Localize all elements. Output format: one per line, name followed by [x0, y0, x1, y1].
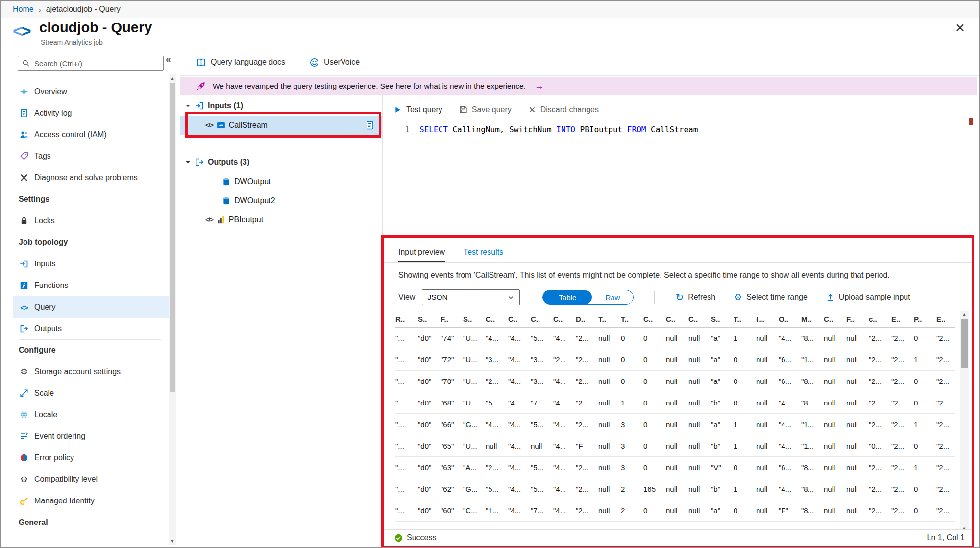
column-header[interactable]: C..: [531, 315, 553, 323]
sidebar-item-event-ordering[interactable]: Event ordering: [13, 426, 169, 447]
table-scrollbar[interactable]: ▲ ▼: [960, 311, 969, 532]
table-cell: null: [824, 420, 846, 429]
tree-group-inputs-1[interactable]: Inputs (1): [180, 96, 382, 116]
breadcrumb: Home › ajetacloudjob - Query: [1, 1, 979, 18]
column-header[interactable]: C..: [666, 315, 688, 323]
refresh-button[interactable]: ↻Refresh: [675, 292, 715, 302]
sidebar-item-scale[interactable]: Scale: [13, 382, 169, 404]
breadcrumb-home[interactable]: Home: [13, 5, 34, 14]
tree-item-pbioutput[interactable]: </>PBIoutput: [180, 210, 382, 229]
column-header[interactable]: T..: [621, 315, 643, 323]
table-cell: "2...: [869, 485, 891, 493]
sidebar-scrollbar[interactable]: ▲ ▼: [169, 74, 176, 545]
sidebar-item-functions[interactable]: Functions: [13, 275, 169, 296]
column-header[interactable]: E..: [891, 315, 914, 323]
select-time-range-button[interactable]: ⚙Select time range: [734, 293, 808, 302]
tab-input-preview[interactable]: Input preview: [398, 248, 445, 262]
sidebar-item-locks[interactable]: Locks: [13, 210, 169, 232]
column-header[interactable]: S..: [463, 315, 486, 323]
column-header[interactable]: C..: [643, 315, 666, 323]
tree-item-dwoutput2[interactable]: DWOutput2: [180, 191, 382, 210]
query-language-docs-link[interactable]: Query language docs: [196, 58, 285, 67]
column-header[interactable]: E..: [936, 315, 955, 323]
toggle-table-button[interactable]: Table: [543, 290, 592, 304]
table-cell: "8...: [801, 399, 824, 407]
column-header[interactable]: F..: [846, 315, 869, 323]
column-header[interactable]: C..: [688, 315, 711, 323]
sidebar-item-managed-identity[interactable]: Managed Identity: [13, 490, 169, 512]
sidebar-item-query[interactable]: <>Query: [13, 296, 169, 318]
sidebar-item-compatibility-level[interactable]: ⚙Compatibility level: [13, 469, 169, 490]
column-header[interactable]: P..: [914, 315, 936, 323]
table-cell: 0: [643, 463, 666, 472]
table-cell: "2...: [936, 463, 955, 472]
table-row: "..."d0""60""C..."1..."4..."7..."4..."2.…: [395, 500, 955, 522]
input-preview-panel: Input previewTest results Showing events…: [381, 235, 974, 548]
table-cell: "2...: [869, 463, 891, 472]
tree-item-dwoutput[interactable]: DWOutput: [180, 172, 382, 191]
document-icon[interactable]: [366, 121, 374, 130]
toggle-raw-button[interactable]: Raw: [592, 293, 633, 302]
column-header[interactable]: O..: [779, 315, 801, 323]
scroll-up-icon[interactable]: ▲: [169, 76, 176, 81]
view-dropdown[interactable]: JSON: [422, 289, 520, 305]
table-cell: "...: [395, 356, 418, 364]
column-header[interactable]: C..: [824, 315, 846, 323]
table-cell: "3...: [486, 356, 508, 364]
announcement-banner[interactable]: We have revamped the query testing exper…: [180, 77, 977, 95]
sidebar-scroll-thumb[interactable]: [170, 83, 175, 392]
column-header[interactable]: R..: [395, 315, 418, 323]
table-cell: 0: [621, 356, 643, 364]
search-input[interactable]: [33, 59, 159, 68]
discard-changes-button[interactable]: Discard changes: [528, 105, 599, 114]
code-brackets-logo-icon: <>: [13, 22, 30, 41]
uservoice-link[interactable]: UserVoice: [310, 58, 360, 67]
column-header[interactable]: T..: [598, 315, 621, 323]
close-icon[interactable]: ✕: [952, 21, 968, 36]
column-header[interactable]: C..: [553, 315, 576, 323]
table-cell: 0: [643, 442, 666, 450]
table-cell: "2...: [869, 399, 891, 407]
upload-sample-input-button[interactable]: Upload sample input: [826, 293, 910, 302]
tree-group-outputs-3[interactable]: Outputs (3): [180, 152, 382, 172]
sidebar-item-error-policy[interactable]: Error policy: [13, 447, 169, 469]
save-query-button[interactable]: Save query: [459, 105, 512, 114]
sidebar-item-storage-account-settings[interactable]: ⚙Storage account settings: [13, 361, 169, 382]
table-cell: 3: [621, 463, 643, 472]
sidebar-item-outputs[interactable]: Outputs: [13, 318, 169, 339]
table-cell: "5...: [531, 334, 553, 342]
table-cell: "2...: [891, 399, 914, 407]
table-scroll-up-icon[interactable]: ▲: [960, 312, 969, 317]
column-header[interactable]: T..: [734, 315, 756, 323]
code-content[interactable]: SELECT CallingNum, SwitchNum INTO PBIout…: [419, 124, 698, 136]
column-header[interactable]: M..: [801, 315, 824, 323]
outputs-icon: [19, 323, 29, 334]
column-header[interactable]: C..: [508, 315, 531, 323]
table-cell: "...: [395, 420, 418, 429]
query-editor[interactable]: 1 SELECT CallingNum, SwitchNum INTO PBIo…: [383, 120, 979, 235]
sidebar-item-inputs[interactable]: Inputs: [13, 253, 169, 275]
tree-item-callstream[interactable]: </>CallStream: [180, 116, 382, 135]
collapse-sidebar-icon[interactable]: «: [166, 54, 171, 65]
sidebar-item-activity-log[interactable]: Activity log: [13, 102, 169, 124]
sidebar-item-access-control-iam[interactable]: Access control (IAM): [13, 124, 169, 145]
test-query-button[interactable]: Test query: [394, 105, 442, 114]
sidebar-item-diagnose-and-solve-problems[interactable]: Diagnose and solve problems: [13, 167, 169, 189]
column-header[interactable]: c..: [869, 315, 891, 323]
table-cell: "5...: [531, 485, 553, 493]
banner-arrow-icon[interactable]: →: [535, 81, 544, 92]
column-header[interactable]: F..: [441, 315, 463, 323]
column-header[interactable]: C..: [486, 315, 508, 323]
column-header[interactable]: D..: [576, 315, 598, 323]
tab-test-results[interactable]: Test results: [464, 248, 503, 262]
column-header[interactable]: I...: [756, 315, 779, 323]
sidebar-item-tags[interactable]: Tags: [13, 145, 169, 167]
column-header[interactable]: S..: [711, 315, 734, 323]
table-cell: "2...: [936, 334, 955, 342]
table-scroll-thumb[interactable]: [961, 319, 968, 368]
sidebar-item-locale[interactable]: Locale: [13, 404, 169, 426]
column-header[interactable]: S..: [418, 315, 441, 323]
code-line[interactable]: 1 SELECT CallingNum, SwitchNum INTO PBIo…: [383, 124, 979, 136]
sidebar-item-overview[interactable]: Overview: [13, 81, 169, 102]
scroll-down-icon[interactable]: ▼: [169, 539, 176, 544]
